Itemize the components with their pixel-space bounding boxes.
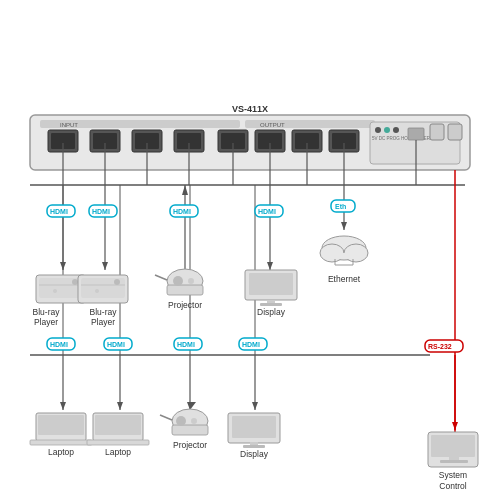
svg-text:Projector: Projector <box>173 440 207 450</box>
svg-marker-46 <box>102 262 108 270</box>
svg-point-74 <box>95 289 99 293</box>
diagram-svg: INPUT OUTPUT 5 <box>0 0 500 500</box>
svg-rect-95 <box>95 415 141 435</box>
svg-rect-83 <box>260 303 282 306</box>
svg-text:HDMI: HDMI <box>173 208 191 215</box>
svg-text:Player: Player <box>34 317 58 327</box>
svg-line-79 <box>155 275 167 280</box>
svg-rect-96 <box>87 440 149 445</box>
svg-text:VS-411X: VS-411X <box>232 104 268 114</box>
svg-text:Display: Display <box>257 307 286 317</box>
svg-point-100 <box>191 418 197 424</box>
svg-point-99 <box>176 416 186 426</box>
svg-rect-92 <box>38 415 84 435</box>
svg-text:Projector: Projector <box>168 300 202 310</box>
svg-point-73 <box>114 279 120 285</box>
svg-rect-26 <box>408 128 424 140</box>
svg-rect-98 <box>172 425 208 435</box>
svg-marker-48 <box>267 262 273 270</box>
svg-text:HDMI: HDMI <box>177 341 195 348</box>
svg-text:HDMI: HDMI <box>50 341 68 348</box>
svg-rect-109 <box>440 460 468 463</box>
svg-text:Display: Display <box>240 449 269 459</box>
svg-text:Player: Player <box>91 317 115 327</box>
svg-marker-63 <box>252 402 258 410</box>
svg-point-69 <box>53 289 57 293</box>
diagram-container: INPUT OUTPUT 5 <box>0 0 500 500</box>
svg-text:Blu-ray: Blu-ray <box>90 307 118 317</box>
svg-text:RS-232: RS-232 <box>428 343 452 350</box>
svg-marker-60 <box>60 402 66 410</box>
svg-text:System: System <box>439 470 467 480</box>
svg-text:INPUT: INPUT <box>60 122 78 128</box>
svg-text:Blu-ray: Blu-ray <box>33 307 61 317</box>
svg-rect-103 <box>232 416 276 438</box>
svg-text:Eth: Eth <box>335 203 346 210</box>
svg-text:OUTPUT: OUTPUT <box>260 122 285 128</box>
svg-text:HDMI: HDMI <box>50 208 68 215</box>
svg-line-101 <box>160 415 172 420</box>
svg-text:Ethernet: Ethernet <box>328 274 361 284</box>
svg-marker-64 <box>452 422 458 430</box>
svg-point-77 <box>173 276 183 286</box>
svg-rect-28 <box>448 124 462 140</box>
svg-rect-105 <box>243 445 265 448</box>
svg-rect-87 <box>330 253 358 259</box>
svg-text:HDMI: HDMI <box>258 208 276 215</box>
svg-rect-107 <box>431 435 475 457</box>
svg-text:Control: Control <box>439 481 467 491</box>
svg-text:HDMI: HDMI <box>242 341 260 348</box>
svg-point-24 <box>393 127 399 133</box>
svg-point-78 <box>188 278 194 284</box>
svg-text:5V DC PROG HOST ETHERNET: 5V DC PROG HOST ETHERNET <box>372 136 439 141</box>
svg-point-22 <box>375 127 381 133</box>
svg-text:Laptop: Laptop <box>48 447 74 457</box>
svg-rect-81 <box>249 273 293 295</box>
svg-rect-93 <box>30 440 92 445</box>
svg-text:HDMI: HDMI <box>92 208 110 215</box>
svg-text:Laptop: Laptop <box>105 447 131 457</box>
svg-marker-49 <box>341 222 347 230</box>
svg-point-68 <box>72 279 78 285</box>
svg-rect-27 <box>430 124 444 140</box>
svg-point-23 <box>384 127 390 133</box>
svg-marker-47 <box>182 185 188 195</box>
svg-text:HDMI: HDMI <box>107 341 125 348</box>
svg-marker-61 <box>117 402 123 410</box>
svg-rect-76 <box>167 285 203 295</box>
